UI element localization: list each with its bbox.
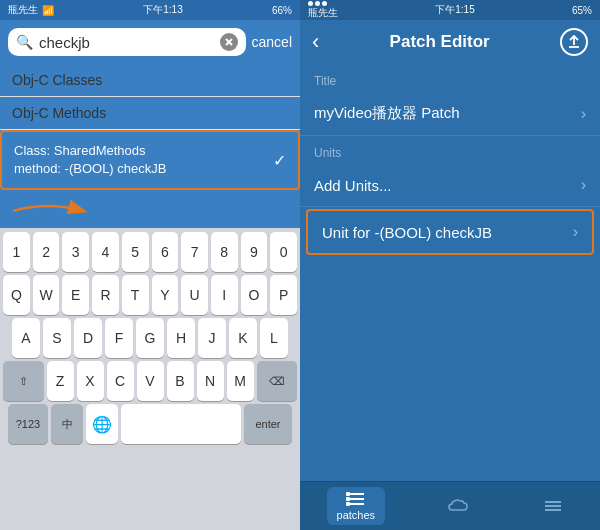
unit-checkjb-row[interactable]: Unit for -(BOOL) checkJB › [306,209,594,255]
key-z[interactable]: Z [47,361,74,401]
add-units-row[interactable]: Add Units... › [300,164,600,207]
key-v[interactable]: V [137,361,164,401]
key-numbers-toggle[interactable]: ?123 [8,404,48,444]
key-shift[interactable]: ⇧ [3,361,44,401]
key-globe[interactable]: 🌐 [86,404,118,444]
title-section: Title myVideo播放器 Patch › [300,64,600,136]
units-section: Units Add Units... › Unit for -(BOOL) ch… [300,136,600,257]
key-3[interactable]: 3 [62,232,89,272]
key-t[interactable]: T [122,275,149,315]
cloud-icon [448,498,470,514]
add-units-chevron: › [581,176,586,194]
tab-list[interactable] [533,494,573,518]
status-bar-right: 瓶先生 下午1:15 65% [300,0,600,20]
key-d[interactable]: D [74,318,102,358]
title-row[interactable]: myVideo播放器 Patch › [300,92,600,136]
key-delete[interactable]: ⌫ [257,361,298,401]
key-b[interactable]: B [167,361,194,401]
clear-search-button[interactable] [220,33,238,51]
search-bar: 🔍 checkjb cancel [0,20,300,64]
selected-line1: Class: SharedMethods [14,142,166,160]
key-6[interactable]: 6 [152,232,179,272]
status-bar-left: 瓶先生 📶 下午1:13 66% [0,0,300,20]
key-k[interactable]: K [229,318,257,358]
key-n[interactable]: N [197,361,224,401]
key-w[interactable]: W [33,275,60,315]
key-e[interactable]: E [62,275,89,315]
key-i[interactable]: I [211,275,238,315]
key-g[interactable]: G [136,318,164,358]
list-icon [543,498,563,514]
key-s[interactable]: S [43,318,71,358]
search-value: checkjb [39,34,214,51]
right-panel: 瓶先生 下午1:15 65% ‹ Patch Editor Title myVi… [300,0,600,530]
key-7[interactable]: 7 [181,232,208,272]
key-8[interactable]: 8 [211,232,238,272]
key-space[interactable] [121,404,241,444]
units-section-label: Units [300,136,600,164]
keyboard: 1 2 3 4 5 6 7 8 9 0 Q W E R T Y U I O P … [0,228,300,530]
arrow-annotation [0,190,300,228]
results-list: Obj-C Classes Obj-C Methods Class: Share… [0,64,300,190]
result-label: Obj-C Methods [12,105,106,121]
right-status-right: 65% [572,5,592,16]
unit-checkjb-text: Unit for -(BOOL) checkJB [322,224,492,241]
upload-icon [567,35,581,49]
back-button[interactable]: ‹ [312,29,319,55]
tab-cloud[interactable] [438,494,480,518]
key-l[interactable]: L [260,318,288,358]
carrier-left: 瓶先生 [8,3,38,17]
key-h[interactable]: H [167,318,195,358]
result-objc-methods[interactable]: Obj-C Methods [0,97,300,130]
signal-dots [308,1,338,6]
key-p[interactable]: P [270,275,297,315]
svg-rect-6 [346,497,350,501]
bottom-tab-bar: patches [300,481,600,530]
key-5[interactable]: 5 [122,232,149,272]
key-o[interactable]: O [241,275,268,315]
right-status-group: 66% [272,5,292,16]
key-y[interactable]: Y [152,275,179,315]
title-value: myVideo播放器 Patch [314,104,460,123]
selected-result-text: Class: SharedMethods method: -(BOOL) che… [14,142,166,178]
tab-patches[interactable]: patches [327,487,386,525]
result-selected[interactable]: Class: SharedMethods method: -(BOOL) che… [0,130,300,190]
key-q[interactable]: Q [3,275,30,315]
key-f[interactable]: F [105,318,133,358]
key-j[interactable]: J [198,318,226,358]
content-area: Title myVideo播放器 Patch › Units Add Units… [300,64,600,481]
key-a[interactable]: A [12,318,40,358]
key-r[interactable]: R [92,275,119,315]
svg-rect-5 [346,492,350,496]
left-panel: 瓶先生 📶 下午1:13 66% 🔍 checkjb cancel Obj-C … [0,0,300,530]
key-chinese[interactable]: 中 [51,404,83,444]
key-1[interactable]: 1 [3,232,30,272]
search-input-container[interactable]: 🔍 checkjb [8,28,246,56]
key-0[interactable]: 0 [270,232,297,272]
upload-button[interactable] [560,28,588,56]
result-objc-classes[interactable]: Obj-C Classes [0,64,300,97]
key-x[interactable]: X [77,361,104,401]
key-enter[interactable]: enter [244,404,292,444]
cancel-button[interactable]: cancel [252,34,292,50]
nav-bar: ‹ Patch Editor [300,20,600,64]
search-icon: 🔍 [16,34,33,50]
clear-icon [224,37,234,47]
key-c[interactable]: C [107,361,134,401]
key-row-a: A S D F G H J K L [3,318,297,358]
key-m[interactable]: M [227,361,254,401]
checkmark-icon: ✓ [273,151,286,170]
key-4[interactable]: 4 [92,232,119,272]
patches-icon [346,491,366,507]
key-2[interactable]: 2 [33,232,60,272]
left-status-group: 瓶先生 📶 [8,3,54,17]
highlighted-row-wrapper: Unit for -(BOOL) checkJB › [300,207,600,257]
key-9[interactable]: 9 [241,232,268,272]
time-right: 下午1:15 [435,3,474,17]
svg-rect-7 [346,502,350,506]
battery-right: 65% [572,5,592,16]
orange-arrow-left [8,196,88,226]
wifi-icon-left: 📶 [42,5,54,16]
result-label: Obj-C Classes [12,72,102,88]
key-u[interactable]: U [181,275,208,315]
